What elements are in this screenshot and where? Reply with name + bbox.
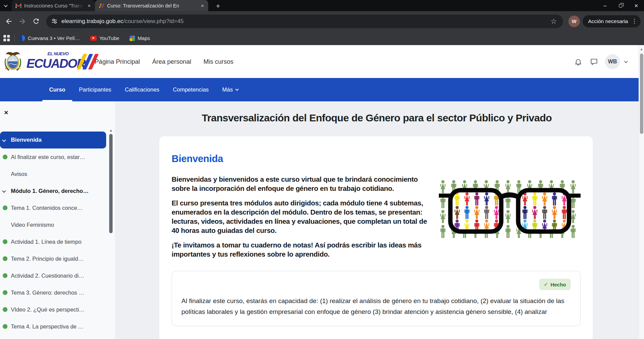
completion-done-dot-icon: [3, 239, 7, 244]
drawer-scrollbar-up-icon[interactable]: ▲: [109, 128, 113, 132]
drawer-close-icon[interactable]: ×: [4, 109, 8, 116]
index-item-actividad-2[interactable]: Actividad 2. Cuestionario di…: [0, 267, 115, 284]
tab-title: Instrucciones Curso "Transversal: [24, 3, 83, 8]
done-badge[interactable]: ✓ Hecho: [539, 279, 571, 290]
bookmark-youtube[interactable]: YouTube: [90, 35, 119, 41]
nav-pagina-principal[interactable]: Página Principal: [95, 58, 140, 65]
address-bar[interactable]: elearning.trabajo.gob.ec/course/view.php…: [46, 15, 563, 28]
browser-tab-curso[interactable]: Curso: Transversalización del En ×: [95, 0, 208, 11]
index-item-tema-1[interactable]: Tema 1. Contenidos conce…: [0, 199, 115, 216]
drawer-scrollbar-thumb[interactable]: [109, 134, 113, 233]
chevron-down-icon: [235, 87, 238, 91]
page-scrollbar-thumb[interactable]: [640, 54, 643, 134]
index-item-modulo-1[interactable]: Módulo 1. Género, derecho…: [0, 182, 115, 199]
reload-icon: [32, 17, 40, 25]
index-item-avisos[interactable]: Avisos: [0, 165, 115, 182]
action-needed-label: Acción necesaria: [588, 18, 628, 24]
completion-done-dot-icon: [3, 290, 7, 295]
url-host: elearning.trabajo.gob.ec: [61, 18, 123, 24]
kebab-menu-icon: ⋮: [631, 18, 637, 25]
back-arrow-icon: [5, 17, 13, 25]
tab-label: Más: [222, 86, 233, 93]
bookmark-label: Cuevana 3 • Ver Pelí…: [28, 35, 80, 41]
completion-done-dot-icon: [3, 273, 7, 278]
check-icon: ✓: [544, 281, 548, 287]
browser-toolbar: elearning.trabajo.gob.ec/course/view.php…: [0, 11, 644, 31]
site-settings-tune-icon: [51, 18, 58, 25]
course-secondary-nav: Curso Participantes Calificaciones Compe…: [0, 78, 639, 101]
forward-arrow-icon: [18, 17, 26, 25]
nav-mis-cursos[interactable]: Mis cursos: [203, 58, 233, 65]
new-tab-button[interactable]: +: [213, 1, 223, 11]
window-close-button[interactable]: ×: [628, 0, 644, 11]
tab-label: Participantes: [79, 86, 111, 93]
site-nav: Página Principal Área personal Mis curso…: [95, 45, 233, 78]
window-minimize-button[interactable]: –: [597, 0, 613, 11]
tab-curso[interactable]: Curso: [42, 78, 72, 101]
site-header: EL NUEVO ECUADOR Página Principal Área p…: [0, 45, 639, 78]
browser-profile-avatar[interactable]: W: [568, 16, 580, 27]
bookmark-cuevana[interactable]: Cuevana 3 • Ver Pelí…: [19, 35, 80, 41]
index-item-al-finalizar[interactable]: Al finalizar este curso, estar…: [0, 148, 115, 165]
tab-mas[interactable]: Más: [215, 78, 244, 101]
tab-label: Competencias: [173, 86, 209, 93]
welcome-section-card: Bienvenida: [159, 136, 593, 339]
cuevana-icon: [19, 35, 25, 41]
index-item-tema-3[interactable]: Tema 3. Género: derechos …: [0, 284, 115, 301]
url-text: elearning.trabajo.gob.ec/course/view.php…: [61, 18, 549, 25]
tab-search-chevron-icon[interactable]: [0, 0, 12, 11]
bookmark-label: YouTube: [99, 35, 119, 41]
user-menu-chevron-icon[interactable]: [624, 59, 628, 63]
index-item-actividad-1[interactable]: Actividad 1. Línea de tiempo: [0, 233, 115, 250]
tab-close-icon[interactable]: ×: [86, 3, 92, 9]
tab-competencias[interactable]: Competencias: [166, 78, 215, 101]
ecuador-coat-of-arms-logo[interactable]: [3, 51, 22, 72]
reload-button[interactable]: [30, 16, 42, 27]
window-controls: – ×: [597, 0, 644, 11]
completion-badge-row: ✓ Hecho: [181, 279, 571, 290]
index-item-tema-4[interactable]: Tema 4. La perspectiva de …: [0, 318, 115, 335]
window-restore-button[interactable]: [613, 0, 628, 11]
bookmark-label: Maps: [138, 35, 150, 41]
bookmark-maps[interactable]: Maps: [130, 35, 150, 41]
page-scrollbar[interactable]: ▲: [639, 45, 644, 339]
course-index-list: Bienvenida Al finalizar este curso, esta…: [0, 132, 115, 335]
index-item-tema-2[interactable]: Tema 2. Principio de iguald…: [0, 250, 115, 267]
tab-label: Curso: [49, 86, 65, 93]
tab-close-icon[interactable]: ×: [199, 3, 206, 9]
header-user-area: WB: [574, 45, 627, 78]
done-badge-label: Hecho: [550, 282, 566, 287]
apps-grid-icon[interactable]: [3, 35, 10, 42]
bookmarks-bar: Cuevana 3 • Ver Pelí… YouTube Maps: [0, 31, 644, 45]
browser-tab-strip: Instrucciones Curso "Transversal × Curso…: [0, 0, 644, 11]
nav-area-personal[interactable]: Área personal: [152, 58, 191, 65]
back-button[interactable]: [3, 16, 15, 27]
index-item-video-feminismo[interactable]: Video Feminismo: [0, 216, 115, 233]
completion-done-dot-icon: [3, 307, 7, 312]
page-title: Transversalización del Enfoque de Género…: [115, 112, 639, 124]
chevron-down-icon: [2, 189, 6, 193]
bookmark-star-icon[interactable]: ☆: [549, 17, 558, 25]
user-avatar[interactable]: WB: [605, 54, 620, 69]
gender-glasses-crowd-image: [439, 179, 581, 239]
tab-participantes[interactable]: Participantes: [72, 78, 118, 101]
tab-calificaciones[interactable]: Calificaciones: [118, 78, 166, 101]
notifications-bell-icon[interactable]: [574, 57, 583, 66]
youtube-icon: [90, 36, 97, 41]
forward-button[interactable]: [17, 16, 28, 27]
tab-label: Calificaciones: [125, 86, 159, 93]
action-needed-menu-button[interactable]: Acción necesaria ⋮: [583, 15, 641, 27]
scrollbar-up-icon[interactable]: ▲: [640, 47, 643, 51]
completion-done-dot-icon: [3, 155, 7, 159]
section-heading: Bienvenida: [172, 153, 581, 164]
logo-line1: EL NUEVO: [47, 51, 69, 56]
browser-tab-instrucciones[interactable]: Instrucciones Curso "Transversal ×: [12, 0, 95, 11]
chevron-down-icon: [2, 138, 6, 142]
el-nuevo-ecuador-logo[interactable]: EL NUEVO ECUADOR: [26, 51, 101, 72]
index-item-bienvenida[interactable]: Bienvenida: [0, 132, 106, 148]
messages-chat-icon[interactable]: [589, 57, 598, 66]
restore-icon: [619, 4, 622, 7]
bookmarks-separator: [14, 35, 15, 42]
index-item-video-2[interactable]: VIdeo 2. ¿Qué es perspecti…: [0, 301, 115, 318]
maps-icon: [130, 36, 135, 41]
